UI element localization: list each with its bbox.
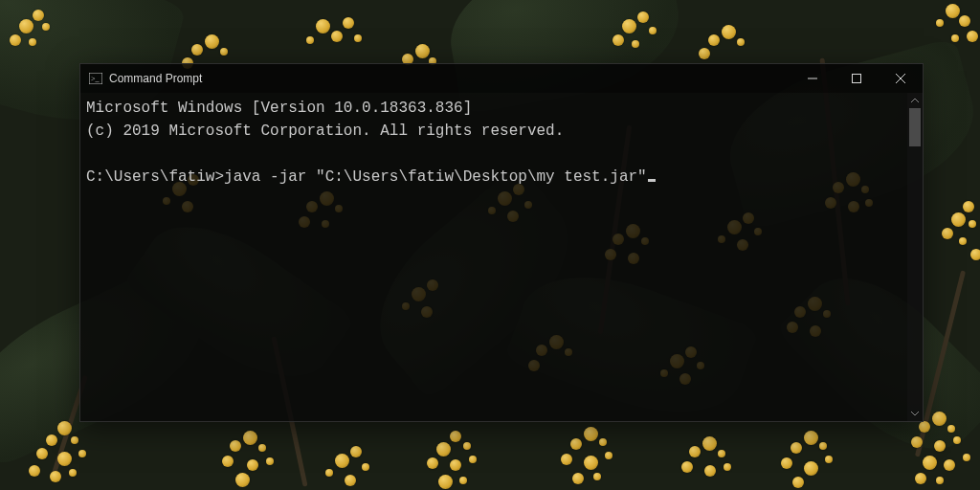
close-icon xyxy=(896,74,905,83)
scroll-down-button[interactable] xyxy=(907,406,923,421)
svg-rect-3 xyxy=(853,75,861,83)
titlebar[interactable]: >_ Command Prompt xyxy=(80,64,923,93)
version-line: Microsoft Windows [Version 10.0.18363.83… xyxy=(86,100,472,117)
prompt-path: C:\Users\fatiw> xyxy=(86,168,224,186)
desktop-wallpaper: >_ Command Prompt Microsoft Windows [Ver… xyxy=(0,0,980,490)
copyright-line: (c) 2019 Microsoft Corporation. All righ… xyxy=(86,122,564,140)
minimize-icon xyxy=(808,74,817,83)
command-input: java -jar "C:\Users\fatiw\Desktop\my tes… xyxy=(224,168,647,186)
text-cursor xyxy=(648,179,656,182)
scroll-up-button[interactable] xyxy=(907,93,923,108)
scroll-thumb[interactable] xyxy=(909,108,921,146)
chevron-up-icon xyxy=(911,98,919,103)
vertical-scrollbar[interactable] xyxy=(907,93,923,421)
chevron-down-icon xyxy=(911,411,919,416)
command-prompt-window: >_ Command Prompt Microsoft Windows [Ver… xyxy=(79,63,924,422)
terminal-output[interactable]: Microsoft Windows [Version 10.0.18363.83… xyxy=(80,93,907,421)
maximize-button[interactable] xyxy=(835,64,879,93)
close-button[interactable] xyxy=(879,64,923,93)
window-title: Command Prompt xyxy=(109,72,202,85)
cmd-icon: >_ xyxy=(88,71,103,86)
minimize-button[interactable] xyxy=(791,64,835,93)
svg-text:>_: >_ xyxy=(91,75,100,83)
maximize-icon xyxy=(852,74,861,83)
